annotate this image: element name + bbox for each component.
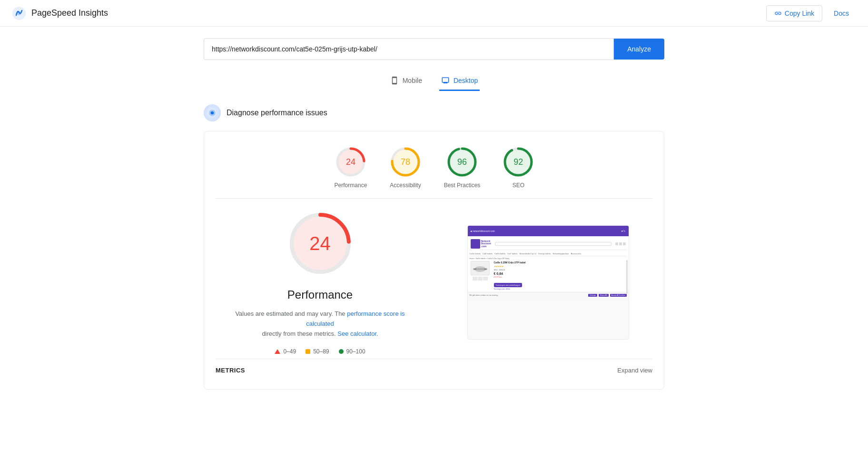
- ss-menu-2: Cat6 kabels: [483, 252, 493, 255]
- ss-menu-1: Cat5e kabels: [470, 252, 481, 255]
- ss-logo-box: [471, 239, 480, 249]
- ss-header-icons: ★ ↻: [621, 230, 625, 232]
- view-tabs: Mobile Desktop: [204, 71, 664, 91]
- detail-section: 24 Performance Values are estimated and …: [216, 199, 652, 355]
- legend-circle-icon: [339, 349, 344, 354]
- ss-cable-img: [473, 263, 487, 273]
- ss-img-col: [470, 261, 491, 290]
- diagnose-section: Diagnose performance issues: [204, 104, 664, 121]
- score-item-best-practices[interactable]: 96 Best Practices: [444, 147, 481, 189]
- ss-thumb1: [473, 277, 477, 281]
- seo-label: SEO: [513, 182, 524, 189]
- ss-cookie-text: We gebruiken cookies om uw ervaring...: [470, 294, 499, 296]
- ss-compare-btn: Toevoegen aan offerte: [494, 288, 627, 290]
- ss-menu-8: Accessoires: [571, 252, 582, 255]
- ss-icon3: [623, 242, 626, 245]
- legend-square-icon: [306, 349, 310, 354]
- score-card: 24 Performance 78 Accessibility: [204, 131, 664, 390]
- tab-desktop[interactable]: Desktop: [439, 71, 480, 91]
- ss-reject-btn: Reject All: [599, 294, 609, 297]
- legend-item-avg: 50–89: [306, 348, 329, 355]
- app-header: PageSpeed Insights Copy Link Docs: [0, 0, 868, 27]
- big-score-number: 24: [309, 233, 331, 254]
- copy-link-label: Copy Link: [785, 10, 814, 17]
- docs-button[interactable]: Docs: [826, 6, 857, 21]
- calculator-link[interactable]: See calculator.: [337, 330, 378, 337]
- tab-mobile[interactable]: Mobile: [388, 71, 424, 91]
- detail-description: Values are estimated and may vary. The p…: [230, 309, 411, 339]
- ss-logo: NetworkDiscount.com: [471, 239, 491, 249]
- ss-cookie-buttons: Settings Reject All Accept All Cookies: [588, 294, 626, 297]
- analyze-label: Analyze: [627, 45, 651, 53]
- ss-menu-7: Netwerkapparatuur: [553, 252, 569, 255]
- best-practices-label: Best Practices: [444, 182, 481, 189]
- ss-nav-icons: [615, 242, 626, 245]
- ss-thumb3: [483, 277, 488, 281]
- big-performance-circle: 24: [287, 210, 354, 277]
- ss-logo-text: NetworkDiscount.com: [481, 240, 491, 248]
- app-title: PageSpeed Insights: [31, 8, 108, 18]
- score-item-performance[interactable]: 24 Performance: [335, 147, 367, 189]
- detail-title: Performance: [287, 288, 353, 301]
- mobile-icon: [390, 76, 399, 85]
- logo-area: PageSpeed Insights: [11, 6, 108, 21]
- ss-menu-3: Cat6a kabels: [494, 252, 505, 255]
- header-actions: Copy Link Docs: [766, 5, 857, 21]
- calculator-link-text: See calculator.: [337, 330, 378, 337]
- docs-label: Docs: [834, 10, 849, 17]
- svg-rect-21: [474, 269, 476, 270]
- legend-item-good: 90–100: [339, 348, 365, 355]
- analyze-button[interactable]: Analyze: [614, 39, 664, 60]
- ss-menu-5: Netwerkkabel op rol: [519, 252, 536, 255]
- performance-label: Performance: [335, 182, 367, 189]
- ss-body: NetworkDiscount.com Cat5e kabels Ca: [468, 236, 629, 292]
- seo-score-num: 92: [513, 157, 523, 167]
- score-circle-performance: 24: [335, 147, 366, 177]
- ss-menu-4: Cat7 kabels: [507, 252, 517, 255]
- ss-icon2: [619, 242, 622, 245]
- description-text-part1: Values are estimated and may vary. The: [235, 310, 345, 317]
- best-practices-score-num: 96: [457, 157, 467, 167]
- ss-breadcrumb: Home > Cat5e kabels > Cat5e 0.25m Grijs …: [470, 258, 627, 260]
- diagnose-spinner-icon: [207, 108, 217, 118]
- legend-item-bad: 0–49: [275, 348, 296, 355]
- legend-avg-range: 50–89: [313, 348, 329, 355]
- metrics-row: METRICS Expand view: [216, 359, 652, 374]
- diagnose-text: Diagnose performance issues: [227, 109, 327, 117]
- scores-row: 24 Performance 78 Accessibility: [216, 147, 652, 189]
- accessibility-label: Accessibility: [390, 182, 421, 189]
- score-item-seo[interactable]: 92 SEO: [503, 147, 533, 189]
- tab-desktop-label: Desktop: [454, 77, 478, 84]
- expand-view-button[interactable]: Expand view: [617, 367, 652, 374]
- ss-nav: NetworkDiscount.com: [470, 238, 627, 250]
- legend-good-range: 90–100: [346, 348, 365, 355]
- detail-right: ■ networkdiscount.com ★ ↻ NetworkDiscoun…: [444, 210, 652, 355]
- ss-accept-btn: Accept All Cookies: [610, 294, 627, 297]
- psi-logo-icon: [11, 6, 27, 21]
- accessibility-score-num: 78: [401, 157, 410, 167]
- ss-cart-btn: Toevoegen aan winkelwagen: [494, 283, 522, 287]
- svg-point-1: [17, 11, 21, 15]
- legend-bad-range: 0–49: [283, 348, 296, 355]
- score-circle-seo: 92: [503, 147, 533, 177]
- ss-sku: SKU: 130116: [494, 269, 627, 271]
- svg-rect-22: [484, 269, 486, 270]
- score-circle-best-practices: 96: [447, 147, 477, 177]
- page-screenshot: ■ networkdiscount.com ★ ↻ NetworkDiscoun…: [467, 225, 629, 340]
- link-icon: [774, 10, 782, 17]
- performance-score-num: 24: [346, 157, 355, 167]
- ss-icon1: [615, 242, 618, 245]
- ss-header-text: ■ networkdiscount.com: [471, 230, 495, 232]
- ss-main-img: [471, 261, 490, 275]
- score-circle-accessibility: 78: [390, 147, 421, 177]
- ss-header-bar: ■ networkdiscount.com ★ ↻: [468, 226, 629, 236]
- ss-menu-row: Cat5e kabels Cat6 kabels Cat6a kabels Ca…: [470, 251, 627, 256]
- copy-link-button[interactable]: Copy Link: [766, 5, 822, 21]
- score-item-accessibility[interactable]: 78 Accessibility: [390, 147, 421, 189]
- url-input[interactable]: [204, 38, 614, 60]
- ss-menu-6: Overige kabels: [538, 252, 551, 255]
- ss-price: € 0,64: [494, 272, 627, 275]
- ss-product-row: Cat5e 0.25M Grijs UTP kabel ★★★★★ SKU: 1…: [470, 261, 627, 290]
- ss-footer: We gebruiken cookies om uw ervaring... S…: [468, 292, 629, 298]
- ss-settings-btn: Settings: [588, 294, 597, 297]
